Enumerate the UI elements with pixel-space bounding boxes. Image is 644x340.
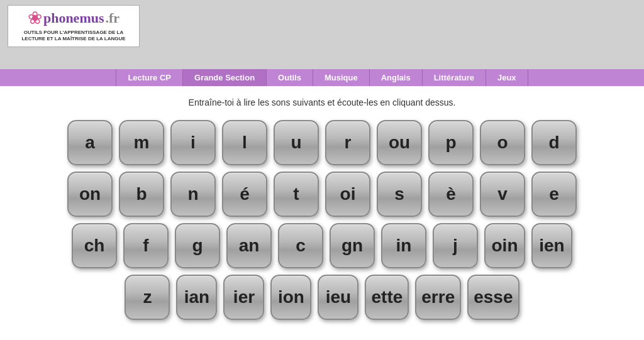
nav-item-jeux[interactable]: Jeux <box>486 69 528 86</box>
key-g[interactable]: g <box>175 223 220 268</box>
logo-box: ❀ phonemus.fr OUTILS POUR L'APPRENTISSAG… <box>8 5 140 47</box>
key-n[interactable]: n <box>170 172 216 217</box>
nav-item-grande-section[interactable]: Grande Section <box>183 69 267 86</box>
key-row-0: amiluroupod <box>67 120 577 165</box>
key-ien[interactable]: ien <box>531 223 572 268</box>
key-f[interactable]: f <box>123 223 169 268</box>
key-ette[interactable]: ette <box>365 275 409 320</box>
key-p[interactable]: p <box>428 120 474 165</box>
key-e[interactable]: e <box>531 172 577 217</box>
key-ian[interactable]: ian <box>176 275 217 320</box>
logo-icon: ❀ <box>28 9 42 27</box>
key-m[interactable]: m <box>119 120 164 165</box>
key-ier[interactable]: ier <box>223 275 264 320</box>
key-v[interactable]: v <box>480 172 525 217</box>
key-t[interactable]: t <box>274 172 319 217</box>
nav: Lecture CPGrande SectionOutilsMusiqueAng… <box>0 69 644 86</box>
key-an[interactable]: an <box>226 223 272 268</box>
key-a[interactable]: a <box>67 120 113 165</box>
key-row-3: zianierionieuetteerreesse <box>125 275 519 320</box>
keyboard: amiluroupodonbnétoisèvechfgancgninjoinie… <box>13 120 631 320</box>
key-ou[interactable]: ou <box>377 120 422 165</box>
key-l[interactable]: l <box>222 120 267 165</box>
instruction-text: Entraîne-toi à lire les sons suivants et… <box>13 97 631 107</box>
key-esse[interactable]: esse <box>467 275 519 320</box>
key-c[interactable]: c <box>278 223 323 268</box>
nav-item-lecture-cp[interactable]: Lecture CP <box>116 69 183 86</box>
key-row-1: onbnétoisève <box>67 172 577 217</box>
key-b[interactable]: b <box>119 172 164 217</box>
nav-item-musique[interactable]: Musique <box>313 69 370 86</box>
key-in[interactable]: in <box>381 223 426 268</box>
nav-item-anglais[interactable]: Anglais <box>370 69 423 86</box>
key-i[interactable]: i <box>170 120 216 165</box>
main-content: Entraîne-toi à lire les sons suivants et… <box>0 86 644 340</box>
logo-text: phonemus <box>43 10 104 26</box>
key-oin[interactable]: oin <box>484 223 525 268</box>
key-row-2: chfgancgninjoinien <box>72 223 572 268</box>
key-ion[interactable]: ion <box>270 275 311 320</box>
key-z[interactable]: z <box>125 275 170 320</box>
logo-tld: .fr <box>106 10 120 26</box>
key-ieu[interactable]: ieu <box>318 275 358 320</box>
key-u[interactable]: u <box>274 120 319 165</box>
key-gn[interactable]: gn <box>330 223 375 268</box>
key-oi[interactable]: oi <box>325 172 370 217</box>
key-o[interactable]: o <box>480 120 525 165</box>
nav-item-littérature[interactable]: Littérature <box>423 69 486 86</box>
key-j[interactable]: j <box>433 223 478 268</box>
logo-top: ❀ phonemus.fr <box>28 9 119 27</box>
key-d[interactable]: d <box>531 120 577 165</box>
key-on[interactable]: on <box>67 172 113 217</box>
key-erre[interactable]: erre <box>415 275 461 320</box>
key-ch[interactable]: ch <box>72 223 117 268</box>
key-é[interactable]: é <box>222 172 267 217</box>
header: ❀ phonemus.fr OUTILS POUR L'APPRENTISSAG… <box>0 0 644 69</box>
key-r[interactable]: r <box>325 120 370 165</box>
key-è[interactable]: è <box>428 172 474 217</box>
logo-subtitle: OUTILS POUR L'APPRENTISSAGE DE LA LECTUR… <box>21 30 125 43</box>
key-s[interactable]: s <box>377 172 422 217</box>
nav-item-outils[interactable]: Outils <box>267 69 313 86</box>
